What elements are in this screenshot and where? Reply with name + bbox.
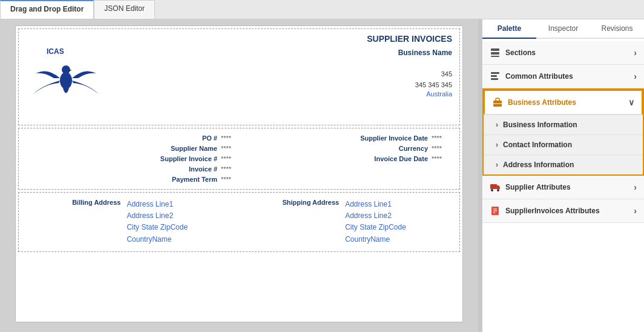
- supplier-invoices-chevron: ›: [634, 206, 637, 216]
- tab-drag-drop[interactable]: Drag and Drop Editor: [0, 0, 94, 19]
- svg-rect-3: [491, 48, 499, 51]
- header-right: SUPPLIER INVOICES Business Name 345 345 …: [367, 34, 455, 98]
- billing-line2: Address Line2: [126, 210, 188, 222]
- sub-address-info-header[interactable]: › Address Information: [484, 155, 643, 174]
- billing-line1: Address Line1: [126, 199, 188, 210]
- accordion-sections-header[interactable]: Sections ›: [482, 41, 644, 64]
- billing-line4: CountryName: [126, 234, 188, 245]
- shipping-title: Shipping Address: [282, 199, 339, 245]
- business-label: Business Attributes: [508, 98, 576, 107]
- sub-address-info: › Address Information: [484, 154, 643, 174]
- value-due-date: ****: [432, 155, 450, 162]
- accordion-common-header[interactable]: Common Attributes ›: [482, 65, 644, 88]
- sub-chevron-address: ›: [496, 161, 498, 169]
- supplier-invoices-label: SupplierInvoices Attributes: [505, 207, 600, 215]
- svg-rect-8: [491, 78, 498, 80]
- value-payment-term: ****: [221, 176, 239, 183]
- label-due-date: Invoice Due Date: [374, 155, 428, 162]
- supplier-icon: [490, 182, 501, 193]
- svg-text:ICAS: ICAS: [47, 47, 64, 56]
- panel-tab-inspector[interactable]: Inspector: [536, 19, 590, 39]
- business-info-label: Business Information: [503, 121, 577, 129]
- form-grid: PO # **** Supplier Name **** Supplier In…: [28, 134, 450, 183]
- form-row-payment-term: Payment Term ****: [28, 176, 239, 183]
- label-supplier-invoice: Supplier Invoice #: [160, 155, 217, 162]
- value-currency: ****: [432, 145, 450, 152]
- accordion-supplier-invoices-header[interactable]: SupplierInvoices Attributes ›: [482, 199, 644, 222]
- business-name: Business Name: [367, 48, 452, 57]
- supplier-chevron: ›: [634, 182, 637, 192]
- value-invoice-date: ****: [432, 134, 450, 142]
- value-supplier-name: ****: [221, 145, 239, 152]
- svg-rect-5: [491, 56, 499, 57]
- shipping-line3: City State ZipCode: [345, 222, 406, 233]
- label-currency: Currency: [399, 145, 428, 152]
- billing-block: Billing Address Address Line1 Address Li…: [72, 199, 188, 245]
- value-invoice: ****: [221, 165, 239, 173]
- common-label: Common Attributes: [505, 72, 573, 81]
- number-row2: 345 345 345: [367, 80, 452, 91]
- form-row-po: PO # ****: [28, 134, 239, 142]
- billing-title: Billing Address: [72, 199, 120, 245]
- logo-area: ICAS: [24, 34, 108, 107]
- accordion-common: Common Attributes ›: [482, 65, 644, 88]
- panel-content[interactable]: Sections › Common Attributes ›: [482, 39, 644, 332]
- accordion-business-header[interactable]: Business Attributes ∨: [484, 90, 643, 115]
- common-chevron: ›: [634, 71, 637, 81]
- right-panel: Palette Inspector Revisions Sections ›: [482, 19, 644, 332]
- shipping-line1: Address Line1: [345, 199, 406, 210]
- main-layout: ICAS: [0, 19, 644, 332]
- svg-rect-4: [491, 52, 499, 55]
- sections-chevron: ›: [634, 48, 637, 58]
- form-row-invoice: Invoice # ****: [28, 165, 239, 173]
- form-row-supplier-name: Supplier Name ****: [28, 145, 239, 152]
- business-sub-accordion: › Business Information › Contact Informa…: [484, 115, 643, 174]
- billing-lines: Address Line1 Address Line2 City State Z…: [126, 199, 188, 245]
- business-icon: [492, 97, 503, 108]
- shipping-block: Shipping Address Address Line1 Address L…: [282, 199, 406, 245]
- svg-point-13: [497, 189, 499, 191]
- value-supplier-invoice: ****: [221, 155, 239, 162]
- svg-point-12: [491, 189, 493, 191]
- label-po: PO #: [202, 134, 217, 142]
- shipping-line2: Address Line2: [345, 210, 406, 222]
- billing-line3: City State ZipCode: [126, 222, 188, 233]
- svg-rect-7: [491, 75, 497, 77]
- sub-contact-info-header[interactable]: › Contact Information: [484, 135, 643, 154]
- accordion-supplier-header[interactable]: Supplier Attributes ›: [482, 176, 644, 199]
- panel-tab-palette[interactable]: Palette: [482, 19, 536, 39]
- shipping-line4: CountryName: [345, 234, 406, 245]
- panel-tabs: Palette Inspector Revisions: [482, 19, 644, 39]
- supplier-label: Supplier Attributes: [505, 183, 571, 191]
- accordion-sections: Sections ›: [482, 41, 644, 65]
- canvas-area[interactable]: ICAS: [0, 19, 478, 332]
- contact-info-label: Contact Information: [503, 141, 572, 149]
- icas-logo: ICAS: [30, 37, 102, 104]
- label-supplier-name: Supplier Name: [171, 145, 217, 152]
- panel-tab-revisions[interactable]: Revisions: [590, 19, 644, 39]
- header-section: ICAS: [18, 28, 460, 125]
- accordion-supplier: Supplier Attributes ›: [482, 176, 644, 199]
- form-row-invoice-date: Supplier Invoice Date ****: [239, 134, 450, 142]
- value-po: ****: [221, 134, 239, 142]
- country: Australia: [367, 90, 452, 98]
- label-invoice-date: Supplier Invoice Date: [360, 134, 428, 142]
- shipping-lines: Address Line1 Address Line2 City State Z…: [345, 199, 406, 245]
- common-icon: [490, 71, 501, 82]
- sub-business-info: › Business Information: [484, 115, 643, 134]
- business-chevron: ∨: [628, 98, 634, 107]
- sub-business-info-header[interactable]: › Business Information: [484, 115, 643, 134]
- form-section: PO # **** Supplier Name **** Supplier In…: [18, 128, 460, 190]
- form-left-col: PO # **** Supplier Name **** Supplier In…: [28, 134, 239, 183]
- number-row1: 345: [367, 69, 452, 80]
- form-row-supplier-invoice: Supplier Invoice # ****: [28, 155, 239, 162]
- form-row-currency: Currency ****: [239, 145, 450, 152]
- form-right-col: Supplier Invoice Date **** Currency ****…: [239, 134, 450, 183]
- label-invoice: Invoice #: [189, 165, 217, 173]
- accordion-supplier-invoices: SupplierInvoices Attributes ›: [482, 199, 644, 223]
- invoice-title: SUPPLIER INVOICES: [367, 34, 452, 44]
- sub-chevron-business-info: ›: [496, 121, 498, 129]
- address-section: Billing Address Address Line1 Address Li…: [18, 192, 460, 252]
- tab-json-editor[interactable]: JSON Editor: [94, 0, 155, 19]
- sections-icon: [490, 47, 501, 58]
